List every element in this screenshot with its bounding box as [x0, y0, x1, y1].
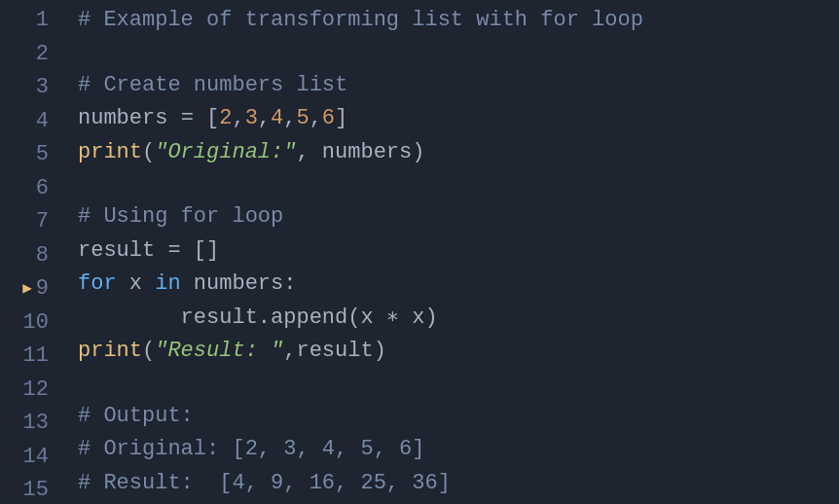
line-num-5: 5 [10, 138, 56, 172]
code-content: # Example of transforming list with for … [66, 4, 839, 500]
comment-7: # Using for loop [78, 200, 283, 234]
line-num-14: 14 [10, 441, 56, 475]
code-line-5: print ( "Original:" , numbers) [78, 136, 839, 170]
code-line-14: # Original: [2, 3, 4, 5, 6] [78, 433, 839, 467]
line-num-2: 2 [10, 38, 56, 72]
comment-14: # Original: [2, 3, 4, 5, 6] [78, 433, 424, 467]
comment-3: # Create numbers list [78, 69, 347, 103]
line-num-4: 4 [10, 105, 56, 139]
code-line-1: # Example of transforming list with for … [78, 4, 839, 38]
line-num-9: ▶ 9 [10, 272, 56, 306]
line-num-12: 12 [10, 374, 56, 408]
comment-1: # Example of transforming list with for … [78, 4, 643, 38]
line-num-8: 8 [10, 239, 56, 273]
line-num-6: 6 [10, 172, 56, 206]
code-line-15: # Result: [4, 9, 16, 25, 36] [78, 467, 839, 501]
keyword-in: in [155, 268, 180, 302]
code-editor: 1 2 3 4 5 6 7 8 ▶ 9 10 11 12 13 14 15 # … [0, 0, 839, 504]
line-num-13: 13 [10, 407, 56, 441]
keyword-for: for [78, 268, 117, 302]
code-line-8: result = [] [78, 234, 839, 269]
code-line-11: print ( "Result: " ,result) [78, 335, 839, 369]
line-num-3: 3 [10, 71, 56, 105]
line-numbers: 1 2 3 4 5 6 7 8 ▶ 9 10 11 12 13 14 15 [0, 4, 66, 500]
line-num-10: 10 [10, 306, 56, 341]
line-num-15: 15 [10, 474, 56, 504]
builtin-print-2: print [78, 335, 142, 369]
code-line-6 [78, 169, 839, 200]
line-num-11: 11 [10, 340, 56, 374]
code-line-7: # Using for loop [78, 200, 839, 234]
code-line-13: # Output: [78, 400, 839, 434]
code-line-12 [78, 369, 839, 400]
comment-15: # Result: [4, 9, 16, 25, 36] [78, 467, 451, 501]
code-line-4: numbers = [ 2 , 3 , 4 , 5 , 6 ] [78, 102, 839, 136]
comment-13: # Output: [78, 400, 194, 434]
builtin-print: print [78, 136, 142, 170]
var-numbers: numbers [78, 102, 181, 136]
code-line-3: # Create numbers list [78, 69, 839, 103]
line-num-1: 1 [10, 4, 56, 38]
code-line-9: for x in numbers: [78, 268, 839, 302]
code-line-10: result.append(x ∗ x) [78, 302, 839, 336]
code-line-2 [78, 38, 839, 69]
arrow-indicator: ▶ [22, 272, 32, 306]
line-num-7: 7 [10, 205, 56, 239]
